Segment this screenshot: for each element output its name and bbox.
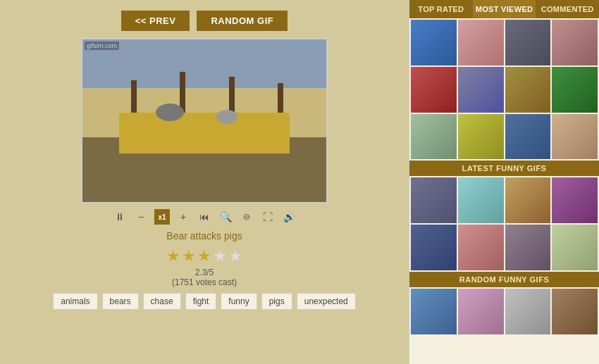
plus-button[interactable]: + [175, 209, 191, 225]
thumb-item[interactable] [505, 20, 551, 65]
top-buttons: << PREV RANDOM GIF [121, 11, 288, 31]
top-thumb-grid [409, 18, 599, 161]
pause-button[interactable]: ⏸ [112, 209, 128, 225]
star-4[interactable]: ★ [213, 247, 227, 265]
random-funny-label: RANDOM FUNNY GIFS [409, 272, 599, 287]
star-2[interactable]: ★ [182, 247, 196, 265]
thumb-item[interactable] [505, 67, 551, 113]
thumb-item[interactable] [411, 177, 457, 223]
tab-top-rated[interactable]: TOP RATED [409, 0, 473, 18]
thumb-item[interactable] [505, 225, 551, 270]
thumb-item[interactable] [552, 177, 598, 223]
thumb-item[interactable] [552, 67, 598, 113]
tag-funny[interactable]: funny [221, 293, 257, 310]
gif-title[interactable]: Bear attacks pigs [166, 230, 242, 241]
thumb-item[interactable] [552, 114, 598, 160]
thumb-item[interactable] [458, 177, 504, 223]
tag-fight[interactable]: fight [185, 293, 217, 310]
rewind-button[interactable]: ⏮ [197, 209, 212, 225]
rating-value: 2.3/5 [195, 268, 214, 277]
thumb-item[interactable] [552, 20, 598, 65]
hay-decoration [119, 113, 290, 153]
thumb-item[interactable] [458, 20, 504, 65]
minus-button[interactable]: − [133, 209, 149, 225]
fullscreen-button[interactable]: ⛶ [260, 209, 276, 225]
stars-rating: ★ ★ ★ ★ ★ [166, 247, 242, 265]
thumb-item[interactable] [505, 177, 551, 223]
tab-most-viewed[interactable]: MOST VIEWED [473, 0, 536, 18]
votes-cast: (1751 votes cast) [172, 277, 237, 287]
gif-scene [82, 39, 326, 202]
thumb-item[interactable] [505, 114, 551, 160]
tags-row: animals bears chase fight funny pigs une… [53, 293, 356, 310]
star-1[interactable]: ★ [166, 247, 180, 265]
random-thumb-grid [409, 287, 599, 336]
controls-bar: ⏸ − x1 + ⏮ 🔍 ⊖ ⛶ 🔊 [112, 209, 297, 225]
tag-animals[interactable]: animals [53, 293, 97, 310]
thumb-item[interactable] [552, 289, 598, 334]
main-area: << PREV RANDOM GIF gifsim.com ⏸ − x1 + ⏮… [0, 0, 409, 364]
random-gif-button[interactable]: RANDOM GIF [197, 11, 288, 31]
tag-chase[interactable]: chase [143, 293, 181, 310]
star-3[interactable]: ★ [197, 247, 211, 265]
thumb-item[interactable] [505, 289, 551, 334]
sidebar-tabs: TOP RATED MOST VIEWED COMMENTED [409, 0, 599, 18]
thumb-item[interactable] [411, 225, 457, 270]
tag-pigs[interactable]: pigs [261, 293, 292, 310]
prev-button[interactable]: << PREV [121, 11, 190, 31]
gif-watermark: gifsim.com [85, 42, 119, 50]
tag-unexpected[interactable]: unexpected [297, 293, 356, 310]
tab-commented[interactable]: COMMENTED [536, 0, 599, 18]
gif-container: gifsim.com [81, 38, 328, 203]
tag-bears[interactable]: bears [102, 293, 139, 310]
sound-button[interactable]: 🔊 [281, 209, 297, 225]
thumb-item[interactable] [411, 114, 457, 160]
latest-funny-label: LATEST FUNNY GIFS [409, 161, 599, 176]
thumb-item[interactable] [411, 289, 457, 334]
thumb-item[interactable] [411, 67, 457, 113]
latest-thumb-grid [409, 176, 599, 272]
zoom-out-button[interactable]: 🔍 [218, 209, 233, 225]
thumb-item[interactable] [458, 225, 504, 270]
thumb-item[interactable] [411, 20, 457, 65]
speed-x1-button[interactable]: x1 [154, 209, 170, 225]
sidebar: TOP RATED MOST VIEWED COMMENTED LATEST F… [409, 0, 599, 364]
star-5[interactable]: ★ [228, 247, 242, 265]
zoom-in-button[interactable]: ⊖ [239, 209, 254, 225]
thumb-item[interactable] [552, 225, 598, 270]
thumb-item[interactable] [458, 114, 504, 160]
thumb-item[interactable] [458, 289, 504, 334]
thumb-item[interactable] [458, 67, 504, 113]
animal-decoration [156, 103, 184, 121]
